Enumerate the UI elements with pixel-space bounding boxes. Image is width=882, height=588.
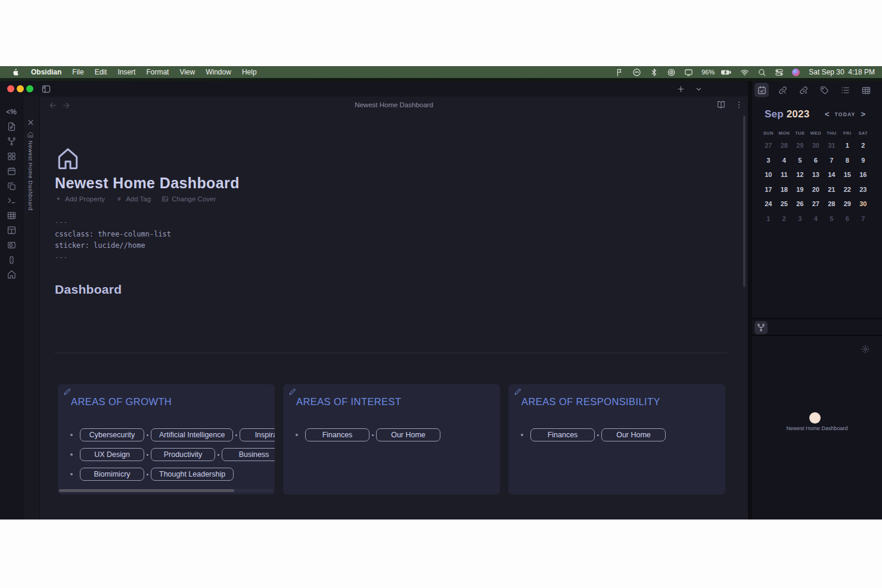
calendar-day[interactable]: 4 — [808, 211, 824, 226]
calendar-day[interactable]: 19 — [792, 182, 808, 197]
calendar-day[interactable]: 17 — [760, 182, 777, 197]
calendar-day[interactable]: 3 — [792, 211, 808, 226]
minimize-window-button[interactable] — [17, 85, 24, 92]
graph-node[interactable] — [809, 412, 821, 424]
menu-app-name[interactable]: Obsidian — [26, 66, 67, 78]
calendar-day[interactable]: 8 — [840, 153, 856, 168]
tag-link-our-home[interactable]: Our Home — [376, 428, 440, 441]
tag-link-finances[interactable]: Finances — [530, 428, 595, 441]
menu-item-window[interactable]: Window — [200, 66, 237, 78]
calendar-day[interactable]: 3 — [760, 153, 777, 168]
calendar-day[interactable]: 5 — [792, 153, 808, 168]
sidebar-tag-icon[interactable] — [817, 83, 831, 97]
menu-clock[interactable]: Sat Sep 30 4:18 PM — [804, 68, 875, 76]
tag-link-our-home[interactable]: Our Home — [601, 428, 666, 441]
tag-link-business[interactable]: Business — [222, 448, 275, 461]
calendar-day[interactable]: 28 — [777, 138, 793, 153]
calendar-day[interactable]: 13 — [808, 167, 824, 182]
calendar-day[interactable]: 27 — [760, 138, 777, 153]
tab-chevron-down-icon[interactable] — [693, 83, 704, 94]
vertical-tab-label[interactable]: Newest Home Dashboard — [27, 141, 34, 210]
ribbon-table-icon[interactable] — [6, 210, 17, 221]
menu-item-view[interactable]: View — [174, 66, 200, 78]
calendar-day[interactable]: 20 — [808, 182, 824, 197]
sidebar-table-icon[interactable] — [859, 83, 873, 97]
sidebar-calendar-check-icon[interactable] — [754, 83, 769, 97]
tag-link-finances[interactable]: Finances — [305, 428, 369, 441]
calendar-day[interactable]: 10 — [760, 167, 777, 182]
menu-item-edit[interactable]: Edit — [89, 66, 113, 78]
search-icon[interactable] — [753, 66, 771, 78]
calendar-day[interactable]: 5 — [824, 211, 840, 226]
siri-icon[interactable] — [788, 66, 804, 78]
menu-item-file[interactable]: File — [67, 66, 89, 78]
frontmatter-block[interactable]: ---cssclass: three-column-liststicker: l… — [55, 217, 171, 263]
calendar-day[interactable]: 7 — [824, 153, 840, 168]
ribbon-terminal-icon[interactable] — [6, 195, 17, 206]
new-tab-plus-icon[interactable] — [675, 83, 686, 94]
calendar-day[interactable]: 26 — [792, 197, 808, 211]
ribbon-dice-icon[interactable] — [6, 254, 17, 265]
calendar-day[interactable]: 28 — [824, 197, 840, 211]
dashboard-heading[interactable]: Dashboard — [55, 282, 122, 297]
tag-link-thought-leadership[interactable]: Thought Leadership — [151, 468, 234, 481]
ribbon-card-view-icon[interactable] — [6, 239, 17, 250]
pencil-icon[interactable] — [63, 388, 72, 396]
calendar-day[interactable]: 1 — [840, 138, 856, 153]
add-property-button[interactable]: +Add Property — [55, 195, 105, 203]
gear-icon[interactable] — [861, 344, 871, 354]
bluetooth-icon[interactable] — [645, 66, 663, 78]
add-tag-button[interactable]: #Add Tag — [116, 195, 151, 203]
calendar-day[interactable]: 16 — [855, 167, 871, 182]
calendar-day[interactable]: 9 — [855, 153, 871, 168]
audio-grill-icon[interactable] — [663, 66, 680, 78]
calendar-day[interactable]: 11 — [777, 167, 793, 182]
control-center-icon[interactable] — [771, 66, 788, 78]
calendar-day[interactable]: 29 — [840, 197, 856, 211]
ribbon-graph-view-icon[interactable] — [6, 136, 17, 147]
menu-item-format[interactable]: Format — [141, 66, 174, 78]
calendar-day[interactable]: 24 — [760, 197, 777, 211]
battery-icon[interactable] — [716, 66, 736, 78]
calendar-day[interactable]: 21 — [824, 182, 840, 197]
ribbon-templater-icon[interactable]: <% — [6, 107, 17, 117]
note-title[interactable]: Newest Home Dashboard — [55, 175, 240, 192]
calendar-day[interactable]: 23 — [855, 182, 871, 197]
calendar-day[interactable]: 6 — [808, 153, 824, 168]
ribbon-grid-dashboard-icon[interactable] — [6, 151, 17, 161]
menu-item-insert[interactable]: Insert — [112, 66, 141, 78]
close-window-button[interactable] — [7, 85, 14, 92]
change-cover-button[interactable]: Change Cover — [162, 195, 216, 203]
calendar-day[interactable]: 22 — [840, 182, 856, 197]
graph-view-icon[interactable] — [754, 321, 768, 334]
wifi-icon[interactable] — [736, 66, 753, 78]
ribbon-home-icon[interactable] — [6, 269, 17, 280]
sidebar-outline-list-icon[interactable] — [838, 83, 852, 97]
calendar-day[interactable]: 31 — [824, 138, 840, 153]
creative-cloud-icon[interactable] — [628, 66, 645, 78]
calendar-day[interactable]: 12 — [792, 167, 808, 182]
close-icon[interactable] — [27, 118, 35, 126]
calendar-day[interactable]: 14 — [824, 167, 840, 182]
ribbon-daily-note-calendar-icon[interactable] — [6, 166, 17, 176]
sidebar-left-toggle-icon[interactable] — [41, 83, 51, 94]
calendar-day[interactable]: 4 — [777, 153, 793, 168]
sidebar-backlink-icon[interactable] — [775, 83, 790, 97]
input-flag-icon[interactable] — [611, 66, 628, 78]
ribbon-duplicate-icon[interactable] — [6, 181, 17, 191]
menu-item-help[interactable]: Help — [237, 66, 262, 78]
calendar-day[interactable]: 15 — [840, 167, 856, 182]
tag-link-cybersecurity[interactable]: Cybersecurity — [80, 428, 144, 441]
note-home-icon[interactable] — [55, 145, 81, 172]
tag-link-ux-design[interactable]: UX Design — [80, 448, 144, 461]
calendar-day[interactable]: 2 — [777, 211, 793, 226]
reading-view-book-icon[interactable] — [716, 100, 726, 110]
tag-link-artificial-intelligence[interactable]: Artificial Intelligence — [151, 428, 233, 441]
card-horizontal-scrollbar[interactable] — [59, 489, 274, 492]
calendar-day[interactable]: 7 — [855, 211, 871, 226]
scrollbar-thumb[interactable] — [59, 489, 234, 492]
calendar-day[interactable]: 25 — [777, 197, 793, 211]
pencil-icon[interactable] — [514, 388, 522, 396]
calendar-day[interactable]: 18 — [777, 182, 793, 197]
sidebar-outgoing-link-icon[interactable] — [796, 83, 810, 97]
